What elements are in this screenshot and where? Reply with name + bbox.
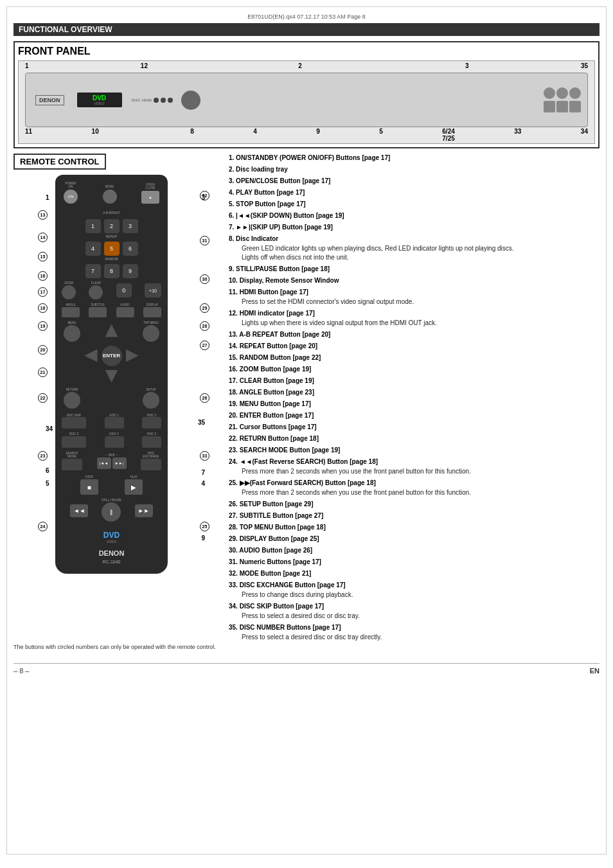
num-btn-7[interactable]: 7 bbox=[85, 264, 101, 278]
disc5-btn[interactable] bbox=[142, 436, 161, 448]
disc-exchange-group: DISCEXCHANGE bbox=[141, 452, 161, 470]
list-item: 34. DISC SKIP Button [page 17] Press to … bbox=[226, 602, 600, 621]
num-btn-4[interactable]: 4 bbox=[85, 242, 101, 256]
fp-btn-sq-a[interactable] bbox=[544, 101, 555, 112]
skip-back-btn[interactable]: |◄◄ bbox=[97, 457, 111, 469]
plain-5: 5 bbox=[46, 480, 49, 487]
stop-btn[interactable]: ■ bbox=[80, 479, 98, 495]
info-sub: Lights up when there is video signal out… bbox=[229, 319, 600, 328]
page-number: – 8 – bbox=[13, 667, 29, 675]
subtitle-btn[interactable] bbox=[89, 307, 107, 317]
section-title: FUNCTIONAL OVERVIEW bbox=[13, 23, 600, 36]
stop-group: STOP ■ bbox=[80, 476, 98, 495]
play-btn[interactable]: ▶ bbox=[125, 479, 143, 495]
disc-skip-btn[interactable] bbox=[62, 417, 86, 429]
list-item: 4. PLAY Button [page 17] bbox=[226, 188, 600, 197]
annot-31: 31 bbox=[200, 236, 209, 245]
menu-btn[interactable] bbox=[64, 325, 80, 342]
audio-group: AUDIO bbox=[116, 304, 134, 317]
num-btn-5[interactable]: 5 bbox=[104, 242, 120, 256]
fp-btn-c[interactable] bbox=[569, 87, 581, 99]
mode-btn[interactable] bbox=[103, 190, 117, 204]
still-pause-btn[interactable]: ‖ bbox=[102, 502, 121, 522]
clear-group: CLEAR bbox=[89, 282, 103, 299]
num-btn-plus10[interactable]: +10 bbox=[145, 283, 161, 297]
fp-num-2: 2 bbox=[298, 62, 302, 69]
num-row-2: 4 5 6 bbox=[60, 242, 163, 256]
num-btn-3[interactable]: 3 bbox=[123, 219, 138, 233]
remote-control-title: REMOTE CONTROL bbox=[13, 154, 106, 170]
num-btn-9[interactable]: 9 bbox=[123, 264, 138, 278]
remote-brand: DENON bbox=[99, 549, 125, 557]
disc4-btn[interactable] bbox=[105, 436, 124, 448]
menu-row: MENU TOP MENU bbox=[60, 322, 163, 342]
list-item: 18. ANGLE Button [page 23] bbox=[226, 388, 600, 397]
nav-right-btn[interactable] bbox=[126, 350, 139, 362]
disc1-btn[interactable] bbox=[105, 417, 124, 429]
top-btn-row: POWERON ON MODE OPEN/CLOSE ▲ bbox=[60, 182, 163, 204]
fp-bot-11: 11 bbox=[25, 128, 32, 142]
list-item: 31. Numeric Buttons [page 17] bbox=[226, 558, 600, 567]
plain-6: 6 bbox=[46, 467, 49, 474]
disc3-btn[interactable] bbox=[62, 436, 86, 448]
list-item: 25. ▶▶(Fast Forward SEARCH) Button [page… bbox=[226, 479, 600, 497]
fp-bot-10: 10 bbox=[92, 128, 99, 142]
search-row: SEARCHMODE ← SKIP → |◄◄ ►►| DISCEXCHANGE bbox=[60, 452, 163, 470]
nav-up-btn[interactable] bbox=[105, 324, 118, 337]
rewind-btn[interactable]: ◄◄ bbox=[70, 504, 88, 517]
return-btn[interactable] bbox=[64, 392, 80, 409]
num-btn-6[interactable]: 6 bbox=[123, 242, 138, 256]
indicator-dot-1 bbox=[154, 98, 159, 103]
annot-21: 21 bbox=[38, 368, 48, 377]
nav-left-btn[interactable] bbox=[85, 350, 98, 362]
display-lbl: DISPLAY bbox=[147, 304, 159, 307]
angle-lbl: ANGLE bbox=[66, 304, 75, 307]
disc2-btn[interactable] bbox=[142, 417, 161, 429]
fp-dial[interactable] bbox=[181, 91, 200, 110]
list-item: 35. DISC NUMBER Buttons [page 17] Press … bbox=[226, 623, 600, 642]
indicator-dot-2 bbox=[161, 98, 166, 103]
fp-btn-sq-c[interactable] bbox=[569, 101, 581, 112]
page: E8701UD(EN).qx4 07.12.17 10:53 AM Page 8… bbox=[6, 6, 607, 855]
power-on-btn[interactable]: ON bbox=[64, 190, 78, 204]
num-btn-2[interactable]: 2 bbox=[104, 219, 120, 233]
front-panel-title: FRONT PANEL bbox=[18, 46, 595, 57]
search-mode-btn[interactable] bbox=[62, 459, 82, 470]
skip-btns: |◄◄ ►►| bbox=[97, 457, 127, 469]
clear-btn[interactable] bbox=[89, 285, 103, 299]
top-menu-btn[interactable] bbox=[143, 325, 159, 342]
setup-btn[interactable] bbox=[143, 392, 159, 409]
info-sub: Green LED indicator lights up when playi… bbox=[229, 244, 600, 262]
menu-group: MENU bbox=[64, 322, 80, 342]
audio-btn[interactable] bbox=[116, 307, 134, 317]
right-column: 1. ON/STANDBY (POWER ON/OFF) Buttons [pa… bbox=[226, 154, 600, 644]
list-item: 21. Cursor Buttons [page 17] bbox=[226, 423, 600, 432]
fp-btn-a[interactable] bbox=[544, 87, 555, 99]
list-item: 17. CLEAR Button [page 19] bbox=[226, 376, 600, 385]
list-item: 32. MODE Button [page 21] bbox=[226, 569, 600, 578]
ff-btn[interactable]: ►► bbox=[135, 504, 153, 517]
list-item: 20. ENTER Button [page 17] bbox=[226, 411, 600, 420]
fp-logo: DENON bbox=[35, 95, 64, 105]
skip-fwd-btn[interactable]: ►►| bbox=[112, 457, 127, 469]
zoom-btn[interactable] bbox=[62, 285, 76, 299]
plain-34: 34 bbox=[46, 425, 53, 432]
disc-exchange-btn[interactable] bbox=[141, 459, 161, 470]
disc-skip-group: DISC SKIP bbox=[62, 414, 86, 429]
display-btn[interactable] bbox=[143, 307, 161, 317]
fp-btn-sq-b[interactable] bbox=[556, 101, 568, 112]
enter-btn[interactable]: ENTER bbox=[102, 346, 122, 366]
plain-35: 35 bbox=[198, 419, 205, 426]
open-close-btn[interactable]: ▲ bbox=[141, 191, 159, 204]
open-close-group: OPEN/CLOSE ▲ bbox=[141, 184, 159, 204]
annot-26: 26 bbox=[200, 393, 209, 403]
fp-btn-b[interactable] bbox=[556, 87, 568, 99]
list-item: 22. RETURN Button [page 18] bbox=[226, 434, 600, 443]
nav-down-btn[interactable] bbox=[105, 370, 118, 383]
num-btn-0[interactable]: 0 bbox=[116, 283, 132, 297]
list-item: 2. Disc loading tray bbox=[226, 165, 600, 174]
num-btn-8[interactable]: 8 bbox=[104, 264, 120, 278]
angle-btn[interactable] bbox=[62, 307, 80, 317]
list-item: 8. Disc Indicator Green LED indicator li… bbox=[226, 235, 600, 262]
num-btn-1[interactable]: 1 bbox=[85, 219, 101, 233]
